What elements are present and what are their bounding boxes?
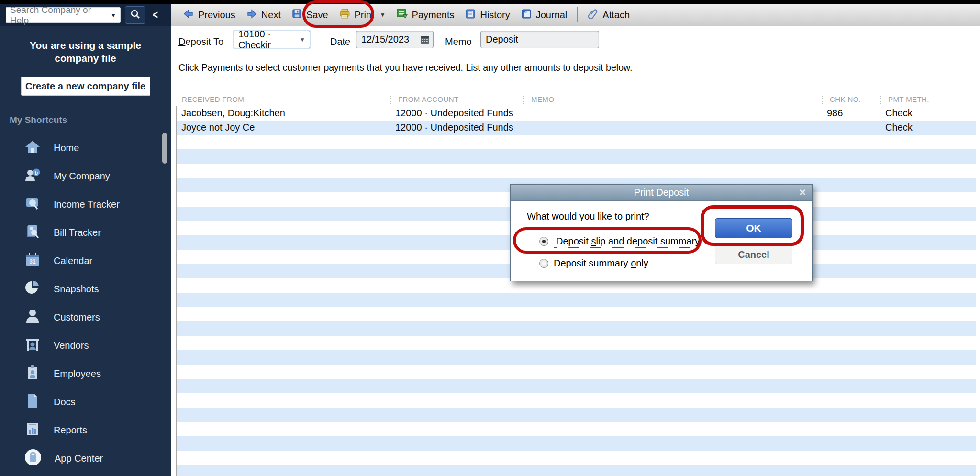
cell-memo[interactable] bbox=[523, 436, 822, 451]
cell-from-account[interactable] bbox=[390, 278, 523, 293]
sidebar-item-customers[interactable]: Customers bbox=[0, 303, 171, 332]
column-header-received-from[interactable]: RECEIVED FROM bbox=[182, 95, 244, 103]
cell-memo[interactable] bbox=[523, 422, 822, 436]
cell-from-account[interactable] bbox=[390, 149, 523, 164]
column-header-memo[interactable]: MEMO bbox=[531, 95, 554, 103]
cell-pmt-meth[interactable] bbox=[880, 135, 976, 149]
date-field[interactable]: 12/15/2023 bbox=[356, 31, 434, 48]
cell-pmt-meth[interactable] bbox=[880, 379, 976, 393]
cell-chk-no[interactable] bbox=[822, 307, 880, 321]
cell-chk-no[interactable] bbox=[822, 264, 880, 278]
cell-chk-no[interactable] bbox=[822, 135, 880, 149]
cell-memo[interactable] bbox=[523, 350, 822, 365]
sidebar-item-my-company[interactable]: b My Company bbox=[0, 162, 171, 190]
collapse-sidebar-button[interactable]: < bbox=[153, 9, 158, 22]
cell-chk-no[interactable] bbox=[822, 121, 880, 135]
cell-from-account[interactable] bbox=[390, 207, 523, 221]
cell-pmt-meth[interactable] bbox=[880, 422, 976, 436]
ok-button[interactable]: OK bbox=[715, 218, 792, 238]
save-button[interactable]: Save bbox=[286, 4, 334, 26]
column-separator[interactable] bbox=[880, 96, 881, 104]
cell-pmt-meth[interactable] bbox=[880, 451, 976, 465]
cell-received-from[interactable] bbox=[177, 350, 390, 365]
cell-from-account[interactable] bbox=[390, 250, 523, 264]
cell-received-from[interactable]: Joyce not Joy Ce bbox=[177, 121, 390, 135]
cell-received-from[interactable] bbox=[177, 135, 390, 149]
cell-received-from[interactable] bbox=[177, 408, 390, 422]
cell-received-from[interactable] bbox=[177, 278, 390, 293]
cell-chk-no[interactable] bbox=[822, 221, 880, 235]
column-separator[interactable] bbox=[390, 96, 391, 104]
cell-pmt-meth[interactable] bbox=[880, 336, 976, 350]
cell-from-account[interactable] bbox=[390, 379, 523, 393]
cell-received-from[interactable] bbox=[177, 293, 390, 307]
cell-from-account[interactable]: 12000 · Undeposited Funds bbox=[390, 106, 523, 121]
cell-memo[interactable] bbox=[523, 379, 822, 393]
cell-memo[interactable] bbox=[523, 321, 822, 336]
cell-chk-no[interactable] bbox=[822, 379, 880, 393]
column-header-pmt-meth[interactable]: PMT METH. bbox=[888, 95, 929, 103]
cell-received-from[interactable] bbox=[177, 307, 390, 321]
cell-pmt-meth[interactable] bbox=[880, 164, 976, 178]
cell-chk-no[interactable] bbox=[822, 321, 880, 336]
cell-from-account[interactable] bbox=[390, 321, 523, 336]
cell-from-account[interactable] bbox=[390, 436, 523, 451]
cell-received-from[interactable] bbox=[177, 264, 390, 278]
cell-chk-no[interactable] bbox=[822, 250, 880, 264]
cell-chk-no[interactable] bbox=[822, 293, 880, 307]
cell-received-from[interactable] bbox=[177, 192, 390, 207]
cell-from-account[interactable] bbox=[390, 235, 523, 250]
cell-from-account[interactable] bbox=[390, 336, 523, 350]
option-label[interactable]: Deposit summary only bbox=[554, 258, 648, 269]
memo-field[interactable]: Deposit bbox=[480, 31, 599, 48]
cell-pmt-meth[interactable] bbox=[880, 465, 976, 476]
cell-chk-no[interactable] bbox=[822, 164, 880, 178]
dialog-titlebar[interactable]: Print Deposit × bbox=[511, 185, 812, 201]
cell-chk-no[interactable] bbox=[822, 422, 880, 436]
cell-memo[interactable] bbox=[523, 408, 822, 422]
cell-received-from[interactable] bbox=[177, 164, 390, 178]
cell-from-account[interactable] bbox=[390, 365, 523, 379]
cell-pmt-meth[interactable] bbox=[880, 235, 976, 250]
sidebar-item-home[interactable]: Home bbox=[0, 134, 171, 162]
sidebar-item-employees[interactable]: Employees bbox=[0, 360, 171, 388]
cell-pmt-meth[interactable] bbox=[880, 278, 976, 293]
search-input[interactable]: Search Company or Help ▼ bbox=[6, 7, 121, 23]
sidebar-scrollbar-thumb[interactable] bbox=[162, 133, 167, 164]
next-button[interactable]: Next bbox=[241, 4, 286, 26]
column-separator[interactable] bbox=[822, 96, 823, 104]
cell-chk-no[interactable] bbox=[822, 465, 880, 476]
cell-from-account[interactable] bbox=[390, 293, 523, 307]
cell-received-from[interactable] bbox=[177, 365, 390, 379]
cell-memo[interactable] bbox=[523, 451, 822, 465]
sidebar-item-reports[interactable]: Reports bbox=[0, 416, 171, 444]
cell-pmt-meth[interactable] bbox=[880, 178, 976, 192]
cell-from-account[interactable] bbox=[390, 178, 523, 192]
cell-pmt-meth[interactable] bbox=[880, 408, 976, 422]
cell-from-account[interactable] bbox=[390, 192, 523, 207]
cell-received-from[interactable] bbox=[177, 207, 390, 221]
cell-pmt-meth[interactable] bbox=[880, 293, 976, 307]
cell-memo[interactable] bbox=[523, 393, 822, 408]
sidebar-item-snapshots[interactable]: Snapshots bbox=[0, 275, 171, 303]
cell-memo[interactable] bbox=[523, 106, 822, 121]
history-button[interactable]: History bbox=[459, 4, 515, 26]
print-button[interactable]: Print ▼ bbox=[334, 4, 391, 26]
column-separator[interactable] bbox=[523, 96, 524, 104]
previous-button[interactable]: Previous bbox=[178, 4, 241, 26]
cell-from-account[interactable] bbox=[390, 164, 523, 178]
cell-pmt-meth[interactable] bbox=[880, 192, 976, 207]
search-scope-caret-icon[interactable]: ▼ bbox=[111, 12, 116, 19]
cell-from-account[interactable]: 12000 · Undeposited Funds bbox=[390, 121, 523, 135]
cell-memo[interactable] bbox=[523, 164, 822, 178]
sidebar-item-vendors[interactable]: Vendors bbox=[0, 332, 171, 360]
cell-memo[interactable] bbox=[523, 135, 822, 149]
calendar-picker-icon[interactable] bbox=[420, 35, 429, 44]
cell-received-from[interactable] bbox=[177, 436, 390, 451]
cell-pmt-meth[interactable] bbox=[880, 207, 976, 221]
cell-received-from[interactable] bbox=[177, 393, 390, 408]
column-header-from-account[interactable]: FROM ACCOUNT bbox=[398, 95, 458, 103]
cell-pmt-meth[interactable] bbox=[880, 350, 976, 365]
cell-pmt-meth[interactable] bbox=[880, 365, 976, 379]
attach-button[interactable]: Attach bbox=[582, 4, 635, 26]
